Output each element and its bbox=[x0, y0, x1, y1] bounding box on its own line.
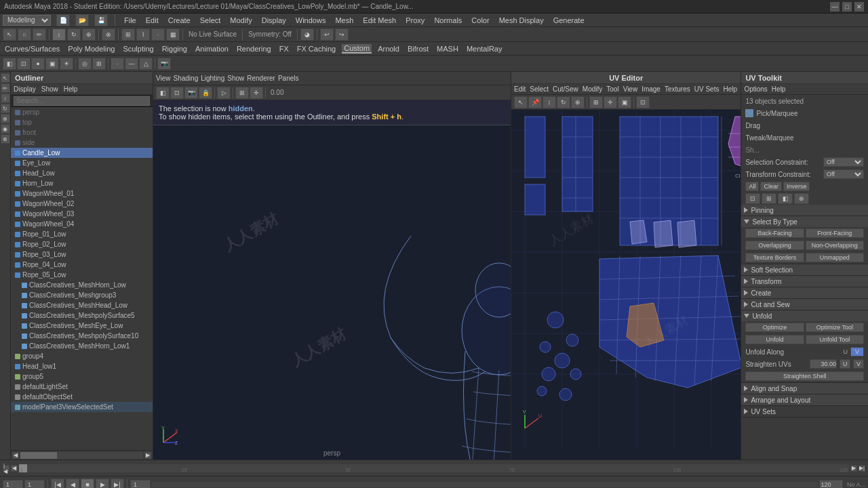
uv-menu-help[interactable]: Help bbox=[723, 85, 737, 93]
uv-menu-view[interactable]: View bbox=[623, 85, 638, 93]
scale-mode-button[interactable]: ⊕ bbox=[1, 114, 10, 123]
outliner-item-horn[interactable]: Horn_Low bbox=[11, 178, 153, 188]
vp-shading-btn[interactable]: ◧ bbox=[156, 87, 170, 99]
outliner-item-model-panel[interactable]: modelPanel3ViewSelectedSet bbox=[11, 402, 153, 412]
outliner-item-head[interactable]: Head_Low bbox=[11, 168, 153, 178]
timeline-next-button[interactable]: ▶ bbox=[850, 465, 857, 472]
scroll-thumb[interactable] bbox=[20, 452, 57, 459]
start-frame-input[interactable] bbox=[3, 480, 23, 489]
range-end-input[interactable] bbox=[819, 480, 843, 489]
submenu-fxcaching[interactable]: FX Caching bbox=[295, 45, 338, 53]
snap-grid-button[interactable]: ⊞ bbox=[121, 28, 135, 41]
clear-button[interactable]: Clear bbox=[760, 182, 782, 191]
menu-mesh[interactable]: Mesh bbox=[333, 16, 355, 24]
open-file-button[interactable]: 📂 bbox=[75, 14, 89, 26]
uv-icon-1[interactable]: ⊡ bbox=[745, 193, 760, 204]
range-start-input[interactable] bbox=[130, 480, 151, 489]
uv-menu-select[interactable]: Select bbox=[530, 85, 549, 93]
timeline-start-button[interactable]: |◀ bbox=[3, 465, 9, 472]
outliner-item-group4[interactable]: group4 bbox=[11, 351, 153, 361]
uv-menu-textures[interactable]: Textures bbox=[665, 85, 690, 93]
uv-menu-tool[interactable]: Tool bbox=[606, 85, 618, 93]
menu-modify[interactable]: Modify bbox=[228, 16, 254, 24]
outliner-item-default-obj[interactable]: defaultObjectSet bbox=[11, 392, 153, 402]
uvtk-unfold-header[interactable]: Unfold bbox=[741, 310, 868, 321]
submenu-poly[interactable]: Poly Modeling bbox=[66, 45, 117, 53]
camera-button[interactable]: 📷 bbox=[157, 58, 171, 70]
menu-proxy[interactable]: Proxy bbox=[403, 16, 427, 24]
straighten-value-input[interactable]: 30.00 bbox=[810, 359, 837, 369]
uv-menu-cutsew[interactable]: Cut/Sew bbox=[553, 85, 578, 93]
new-file-button[interactable]: 📄 bbox=[56, 14, 70, 26]
front-facing-button[interactable]: Front-Facing bbox=[806, 228, 864, 238]
snap-surface-button[interactable]: ▦ bbox=[166, 28, 180, 41]
outliner-menu-help[interactable]: Help bbox=[64, 85, 78, 93]
outliner-item-front[interactable]: front bbox=[11, 127, 153, 138]
shading-button[interactable]: ◧ bbox=[3, 58, 16, 70]
optimize-tool-button[interactable]: Optimize Tool bbox=[806, 323, 864, 332]
module-selector[interactable]: Modeling Rigging Animation bbox=[3, 15, 51, 26]
outliner-item-rope03[interactable]: Rope_03_Low bbox=[11, 249, 153, 260]
unfold-tool-button[interactable]: Unfold Tool bbox=[806, 335, 864, 344]
grid-button[interactable]: ⊞ bbox=[92, 58, 106, 70]
outliner-menu-show[interactable]: Show bbox=[41, 85, 58, 93]
outliner-item-cc-head[interactable]: ClassCreatives_MeshHead_Low bbox=[11, 300, 153, 310]
rotate-tool-button[interactable]: ↻ bbox=[67, 28, 81, 41]
menu-normals[interactable]: Normals bbox=[432, 16, 464, 24]
move-mode-button[interactable]: ↕ bbox=[1, 94, 10, 103]
play-end-button[interactable]: ▶| bbox=[111, 479, 124, 489]
uv-icon-4[interactable]: ⊕ bbox=[794, 193, 809, 204]
submenu-curves[interactable]: Curves/Surfaces bbox=[3, 45, 62, 53]
straighten-shell-button[interactable]: Straighten Shell bbox=[745, 371, 864, 381]
outliner-item-top[interactable]: top bbox=[11, 117, 153, 127]
vp-wire-btn[interactable]: ⊡ bbox=[170, 87, 184, 99]
face-button[interactable]: △ bbox=[139, 58, 153, 70]
close-button[interactable]: ✕ bbox=[854, 2, 864, 12]
maximize-button[interactable]: □ bbox=[842, 2, 852, 12]
uv-snap-btn[interactable]: ✛ bbox=[604, 96, 617, 108]
play-back-start-button[interactable]: |◀ bbox=[51, 479, 64, 489]
paint-mode-button[interactable]: ✏ bbox=[1, 83, 10, 93]
stop-button[interactable]: ■ bbox=[81, 479, 94, 489]
submenu-mentalray[interactable]: MentalRay bbox=[465, 45, 505, 53]
uvtk-menu-help[interactable]: Help bbox=[772, 85, 786, 93]
vp-camera-btn[interactable]: 📷 bbox=[184, 87, 198, 99]
texture-button[interactable]: ▣ bbox=[45, 58, 59, 70]
uv-rotate-btn[interactable]: ↻ bbox=[557, 96, 570, 108]
outliner-item-default-light[interactable]: defaultLightSet bbox=[11, 382, 153, 392]
uv-icon-2[interactable]: ⊞ bbox=[762, 193, 776, 204]
vertex-button[interactable]: · bbox=[111, 58, 124, 70]
outliner-item-group5[interactable]: group5 bbox=[11, 371, 153, 382]
inverse-button[interactable]: Inverse bbox=[783, 182, 810, 191]
vp-snap-btn[interactable]: ✛ bbox=[250, 87, 263, 99]
timeline-end-button[interactable]: ▶| bbox=[859, 465, 865, 472]
uvtk-pinning-header[interactable]: Pinning bbox=[741, 205, 868, 216]
viewport-menu-panels[interactable]: Panels bbox=[278, 75, 299, 82]
submenu-fx[interactable]: FX bbox=[277, 45, 291, 53]
paint-tool-button[interactable]: ✏ bbox=[33, 28, 46, 41]
viewport-menu-view[interactable]: View bbox=[156, 75, 171, 82]
viewport-menu-renderer[interactable]: Renderer bbox=[247, 75, 275, 82]
menu-edit[interactable]: Edit bbox=[144, 16, 161, 24]
outliner-item-cc-group3[interactable]: ClassCreatives_Meshgroup3 bbox=[11, 290, 153, 300]
redo-button[interactable]: ↪ bbox=[335, 28, 349, 41]
menu-windows[interactable]: Windows bbox=[294, 16, 328, 24]
history-button[interactable]: ↩ bbox=[320, 28, 334, 41]
uvtk-soft-selection-header[interactable]: Soft Selection bbox=[741, 264, 868, 275]
outliner-search-input[interactable] bbox=[14, 96, 150, 106]
outliner-item-ww01[interactable]: WagonWheel_01 bbox=[11, 188, 153, 199]
straighten-u-button[interactable]: U bbox=[840, 359, 850, 369]
outliner-item-candle[interactable]: Candle_Low bbox=[11, 148, 153, 158]
outliner-item-rope02[interactable]: Rope_02_Low bbox=[11, 239, 153, 249]
outliner-item-cc-poly5[interactable]: ClassCreatives_MeshpolySurface5 bbox=[11, 310, 153, 321]
submenu-custom[interactable]: Custom bbox=[342, 44, 372, 54]
outliner-item-ww04[interactable]: WagonWheel_04 bbox=[11, 219, 153, 229]
submenu-rigging[interactable]: Rigging bbox=[160, 45, 189, 53]
texture-borders-button[interactable]: Texture Borders bbox=[745, 253, 804, 262]
camera-track-button[interactable]: ⊗ bbox=[1, 134, 10, 144]
scale-tool-button[interactable]: ⊕ bbox=[82, 28, 96, 41]
submenu-rendering[interactable]: Rendering bbox=[235, 45, 273, 53]
select-mode-button[interactable]: ↖ bbox=[1, 73, 10, 83]
edge-button[interactable]: — bbox=[125, 58, 138, 70]
uv-viewport[interactable]: U V Cleat 人人素材 人人素材 bbox=[511, 110, 741, 460]
